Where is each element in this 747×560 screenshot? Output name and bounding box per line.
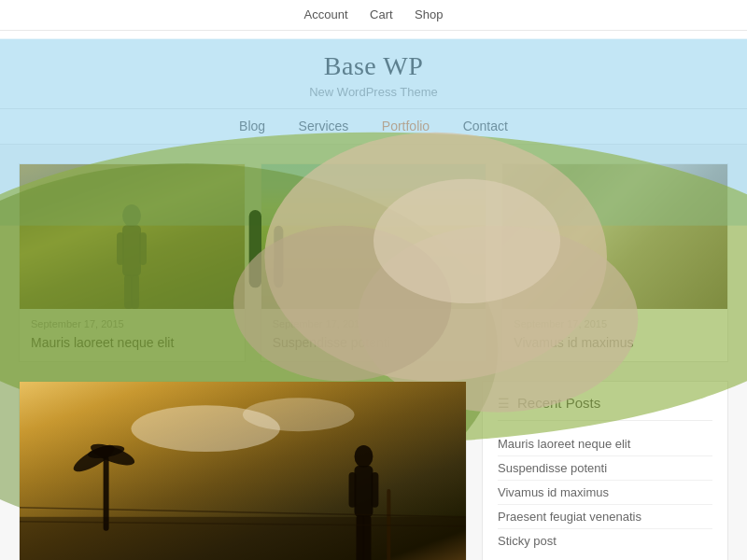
post-image-shells — [502, 164, 727, 309]
svg-rect-24 — [355, 466, 374, 517]
svg-line-30 — [20, 508, 466, 517]
main-content: September 17, 2015 Mauris laoreet neque … — [0, 145, 747, 560]
large-post-img-sunset — [20, 382, 466, 560]
post-card-3: September 17, 2015 Vivamus id maximus — [501, 163, 728, 362]
post-image-3 — [502, 164, 727, 309]
svg-rect-29 — [387, 489, 390, 560]
svg-point-23 — [355, 445, 374, 468]
svg-rect-26 — [371, 472, 378, 508]
svg-rect-28 — [362, 515, 371, 560]
large-post-card — [19, 381, 467, 560]
svg-rect-25 — [349, 472, 357, 508]
svg-rect-19 — [104, 456, 109, 531]
svg-point-17 — [243, 398, 355, 431]
posts-grid: September 17, 2015 Mauris laoreet neque … — [19, 163, 728, 362]
large-post-image — [20, 382, 466, 560]
